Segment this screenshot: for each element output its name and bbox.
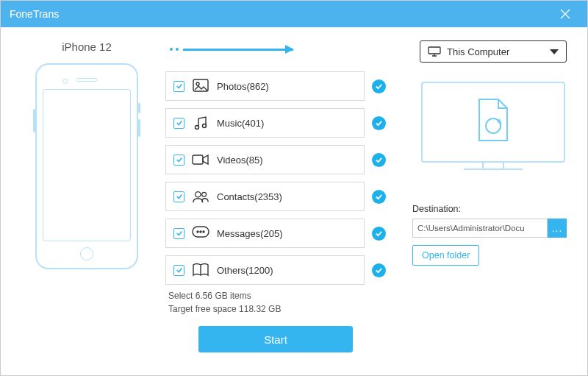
photos-icon	[192, 77, 209, 95]
app-window: FoneTrans iPhone 12	[0, 0, 588, 376]
category-label: Contacts(2353)	[217, 191, 282, 202]
category-label: Others(1200)	[217, 265, 273, 276]
status-complete-icon	[372, 263, 386, 277]
category-label: Music(401)	[217, 118, 264, 129]
target-label: This Computer	[447, 46, 509, 57]
content-area: iPhone 12	[1, 27, 587, 375]
open-folder-button[interactable]: Open folder	[412, 245, 479, 266]
book-icon	[192, 261, 209, 279]
status-complete-icon	[372, 227, 386, 241]
svg-point-6	[202, 192, 207, 196]
path-row: ...	[412, 219, 567, 238]
messages-icon	[192, 224, 209, 242]
status-complete-icon	[372, 116, 386, 130]
app-title: FoneTrans	[10, 8, 59, 20]
destination-path-input[interactable]	[412, 219, 548, 238]
chevron-down-icon	[550, 49, 559, 54]
checkbox-videos[interactable]	[173, 155, 184, 166]
svg-point-5	[196, 192, 201, 197]
svg-rect-4	[193, 155, 203, 164]
contacts-icon	[192, 188, 209, 205]
transfer-panel: Photos(862) Music(401)	[165, 40, 386, 362]
category-music[interactable]: Music(401)	[165, 108, 365, 138]
videos-icon	[192, 151, 209, 169]
category-label: Messages(205)	[217, 228, 283, 239]
svg-rect-11	[429, 47, 440, 54]
checkbox-contacts[interactable]	[173, 191, 184, 202]
selected-size: Select 6.56 GB items	[168, 289, 386, 302]
category-contacts[interactable]: Contacts(2353)	[165, 182, 365, 211]
checkbox-messages[interactable]	[173, 228, 184, 239]
phone-illustration	[35, 63, 138, 269]
destination-panel: This Computer Destination: ...	[399, 40, 567, 362]
selection-summary: Select 6.56 GB items Target free space 1…	[165, 289, 386, 316]
category-row-music: Music(401)	[165, 108, 386, 138]
category-photos[interactable]: Photos(862)	[165, 71, 365, 101]
close-icon	[560, 9, 570, 19]
svg-point-1	[196, 82, 199, 85]
svg-point-8	[197, 231, 198, 233]
category-row-photos: Photos(862)	[165, 71, 386, 101]
start-button[interactable]: Start	[198, 326, 353, 352]
device-name: iPhone 12	[62, 40, 112, 53]
category-messages[interactable]: Messages(205)	[165, 219, 365, 248]
category-videos[interactable]: Videos(85)	[165, 145, 365, 174]
category-row-contacts: Contacts(2353)	[165, 182, 386, 211]
computer-icon	[428, 46, 441, 57]
transfer-arrow-icon	[165, 40, 386, 58]
checkbox-music[interactable]	[173, 118, 184, 129]
status-complete-icon	[372, 190, 386, 204]
close-button[interactable]	[552, 1, 578, 27]
checkbox-photos[interactable]	[173, 81, 184, 92]
category-row-messages: Messages(205)	[165, 219, 386, 248]
category-label: Photos(862)	[217, 81, 269, 92]
source-panel: iPhone 12	[21, 40, 152, 362]
target-dropdown[interactable]: This Computer	[420, 40, 567, 63]
category-others[interactable]: Others(1200)	[165, 255, 365, 285]
file-refresh-icon	[475, 98, 512, 146]
status-complete-icon	[372, 79, 386, 93]
category-row-videos: Videos(85)	[165, 145, 386, 174]
titlebar: FoneTrans	[1, 1, 587, 27]
browse-button[interactable]: ...	[548, 219, 567, 238]
free-space: Target free space 118.32 GB	[168, 302, 386, 316]
svg-point-9	[200, 231, 201, 233]
category-list: Photos(862) Music(401)	[165, 71, 386, 285]
status-complete-icon	[372, 153, 386, 167]
svg-point-10	[203, 231, 204, 233]
category-label: Videos(85)	[217, 155, 263, 166]
monitor-illustration	[420, 82, 567, 177]
destination-label: Destination:	[412, 204, 567, 214]
category-row-others: Others(1200)	[165, 255, 386, 285]
checkbox-others[interactable]	[173, 265, 184, 276]
destination-block: Destination: ... Open folder	[412, 204, 567, 266]
svg-point-12	[486, 118, 501, 133]
music-icon	[192, 114, 209, 132]
